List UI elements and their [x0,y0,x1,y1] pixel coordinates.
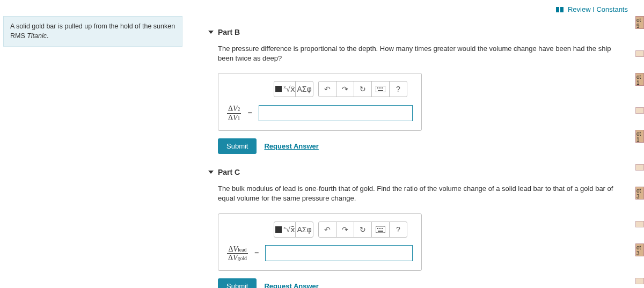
svg-rect-11 [378,231,383,232]
constants-link[interactable]: Constants [596,5,628,13]
fragment [635,107,644,114]
fragment: ot1 P [635,130,644,143]
fragment [635,278,644,284]
svg-rect-3 [377,87,378,88]
undo-button[interactable]: ↶ [318,81,336,97]
frac-num: ΔVlead [227,245,248,254]
part-b-title: Part B [218,28,240,36]
review-link[interactable]: Review [568,5,591,13]
part-c: Part C The bulk modulus of lead is one-f… [208,168,628,288]
fragment: ot3 P [635,243,644,256]
frac-den: ΔV1 [227,114,241,122]
part-c-title: Part C [218,168,240,176]
part-c-question: The bulk modulus of lead is one-fourth t… [218,184,628,203]
greek-button[interactable]: ΑΣφ [295,81,313,97]
part-b: Part B The pressure difference is propor… [208,28,628,154]
part-b-toolbar: x√x̄ ΑΣφ ↶ ↷ ↻ ? [227,81,413,97]
frac-den: ΔVgold [227,254,248,262]
fragment: ot3 P [635,187,644,200]
help-button[interactable]: ? [389,221,407,238]
part-b-input-row: ΔV2 ΔV1 = [227,105,413,122]
templates-button[interactable]: x√x̄ [274,221,296,238]
main-column: Part B The pressure difference is propor… [208,28,628,288]
redo-button[interactable]: ↷ [336,221,354,238]
svg-rect-7 [376,226,385,233]
fragment [635,164,644,171]
caret-down-icon [208,31,214,34]
problem-statement: A solid gold bar is pulled up from the h… [3,16,182,47]
fragment: ot9 P [635,16,644,29]
part-c-answer-box: x√x̄ ΑΣφ ↶ ↷ ↻ ? ΔVlead ΔVgold [218,213,422,271]
fragment: ot1 P [635,73,644,86]
part-b-answer-input[interactable] [259,105,413,121]
part-b-answer-box: x√x̄ ΑΣφ ↶ ↷ ↻ ? ΔV2 ΔV1 = [218,73,422,131]
caret-down-icon [208,171,214,174]
keyboard-icon [376,86,385,92]
part-b-header[interactable]: Part B [208,28,628,36]
right-edge-fragments: ot9 P ot1 P ot1 P ot3 P ot3 P ot [635,16,644,288]
frac-num: ΔV2 [227,105,241,113]
part-c-submit-row: Submit Request Answer [218,278,628,288]
keyboard-button[interactable] [371,221,390,238]
svg-rect-5 [382,87,383,88]
cursor-icon [275,86,282,92]
fragment [635,50,644,57]
reset-button[interactable]: ↻ [354,81,372,97]
part-b-question: The pressure difference is proportional … [218,44,628,63]
review-icon [556,6,564,14]
svg-rect-4 [379,87,380,88]
sqrt-icon: x√x̄ [282,84,295,94]
keyboard-button[interactable] [371,81,390,97]
part-c-toolbar: x√x̄ ΑΣφ ↶ ↷ ↻ ? [227,221,413,238]
svg-rect-0 [556,7,559,12]
help-button[interactable]: ? [389,81,407,97]
undo-button[interactable]: ↶ [318,221,336,238]
part-b-ratio-label: ΔV2 ΔV1 [227,105,241,122]
part-c-request-answer-link[interactable]: Request Answer [264,282,318,288]
sqrt-icon: x√x̄ [282,225,295,234]
svg-rect-9 [379,228,380,229]
top-links: Review I Constants [556,5,628,14]
problem-text-3: . [47,32,48,40]
part-c-header[interactable]: Part C [208,168,628,176]
problem-text-ship: Titanic [27,32,47,40]
part-c-ratio-label: ΔVlead ΔVgold [227,245,248,262]
svg-rect-6 [378,90,383,91]
svg-rect-2 [376,86,385,92]
greek-button[interactable]: ΑΣφ [295,221,313,238]
reset-button[interactable]: ↻ [354,221,372,238]
templates-button[interactable]: x√x̄ [274,81,296,97]
svg-rect-8 [377,228,378,229]
part-b-request-answer-link[interactable]: Request Answer [264,142,318,150]
part-b-submit-row: Submit Request Answer [218,138,628,154]
svg-rect-1 [560,7,564,12]
svg-rect-10 [382,228,383,229]
cursor-icon [275,226,282,233]
part-c-input-row: ΔVlead ΔVgold = [227,245,413,262]
equals-sign: = [253,249,260,258]
redo-button[interactable]: ↷ [336,81,354,97]
part-c-answer-input[interactable] [265,245,413,261]
equals-sign: = [246,109,253,118]
keyboard-icon [376,226,385,233]
part-c-submit-button[interactable]: Submit [218,278,257,288]
part-b-submit-button[interactable]: Submit [218,138,257,154]
fragment [635,221,644,227]
